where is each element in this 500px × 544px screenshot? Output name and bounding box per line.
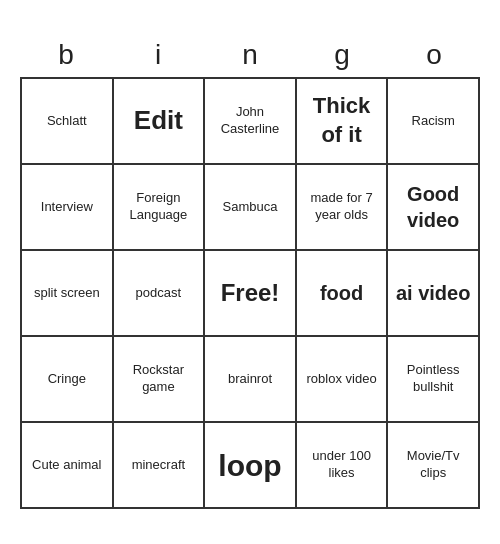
header-b: b [20, 35, 112, 75]
cell-1-4[interactable]: Good video [388, 165, 480, 251]
bingo-header: b i n g o [20, 35, 480, 75]
cell-2-4[interactable]: ai video [388, 251, 480, 337]
cell-2-3[interactable]: food [297, 251, 389, 337]
header-o: o [388, 35, 480, 75]
cell-2-2[interactable]: Free! [205, 251, 297, 337]
cell-2-0[interactable]: split screen [22, 251, 114, 337]
cell-1-0[interactable]: Interview [22, 165, 114, 251]
bingo-grid: Schlatt Edit John Casterline Thick of it… [20, 77, 480, 509]
bingo-card: b i n g o Schlatt Edit John Casterline T… [20, 35, 480, 509]
cell-3-1[interactable]: Rockstar game [114, 337, 206, 423]
cell-0-1[interactable]: Edit [114, 79, 206, 165]
cell-0-0[interactable]: Schlatt [22, 79, 114, 165]
cell-4-2[interactable]: loop [205, 423, 297, 509]
header-g: g [296, 35, 388, 75]
cell-0-3[interactable]: Thick of it [297, 79, 389, 165]
cell-1-2[interactable]: Sambuca [205, 165, 297, 251]
cell-0-4[interactable]: Racism [388, 79, 480, 165]
cell-1-3[interactable]: made for 7 year olds [297, 165, 389, 251]
header-n: n [204, 35, 296, 75]
cell-4-1[interactable]: minecraft [114, 423, 206, 509]
cell-2-1[interactable]: podcast [114, 251, 206, 337]
cell-3-2[interactable]: brainrot [205, 337, 297, 423]
cell-3-3[interactable]: roblox video [297, 337, 389, 423]
header-i: i [112, 35, 204, 75]
cell-3-4[interactable]: Pointless bullshit [388, 337, 480, 423]
cell-0-2[interactable]: John Casterline [205, 79, 297, 165]
cell-4-3[interactable]: under 100 likes [297, 423, 389, 509]
cell-4-0[interactable]: Cute animal [22, 423, 114, 509]
cell-4-4[interactable]: Movie/Tv clips [388, 423, 480, 509]
cell-1-1[interactable]: Foreign Language [114, 165, 206, 251]
cell-3-0[interactable]: Cringe [22, 337, 114, 423]
